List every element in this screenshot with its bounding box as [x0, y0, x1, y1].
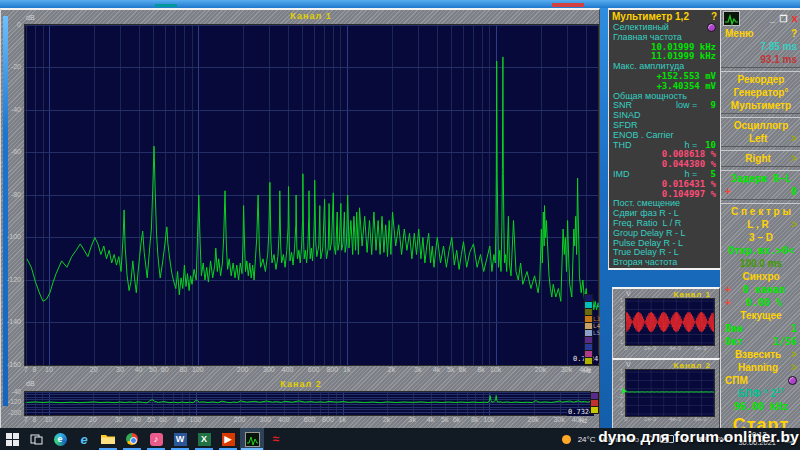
x-tick-label: 4k [433, 366, 440, 373]
scope1-display[interactable] [625, 298, 715, 346]
ch2-hz-unit-label: Hz [579, 417, 588, 424]
control-button[interactable]: L , R> [721, 218, 800, 231]
control-label: > [791, 133, 797, 144]
control-button[interactable]: Меню? [721, 27, 800, 40]
control-button[interactable]: +0.00 % [721, 296, 800, 309]
status-led[interactable] [788, 376, 797, 385]
minimize-button[interactable]: _ [768, 14, 777, 24]
mm-value: 9 [700, 101, 716, 111]
x-tick-label: 7 [24, 416, 28, 423]
scope-channel1-panel: Канал 1 V 1.6.2-.2-.6-1 02e-34e-36e-3 [612, 287, 720, 359]
taskbar-icon-start[interactable] [0, 428, 24, 450]
control-button[interactable]: Текущее [721, 309, 800, 322]
control-button[interactable]: 3 – D [721, 231, 800, 244]
scope-y-tick: -.2 [613, 393, 623, 399]
control-label: > [791, 219, 797, 230]
x-tick-label: 30k [553, 416, 564, 423]
scope-channel2-panel: Канал 2 V 1.6.2-.2-.6-1 02e-34e-36e-3 [612, 358, 720, 430]
taskbar-icon-edge[interactable]: e [48, 428, 72, 450]
control-button[interactable]: Hanning> [721, 361, 800, 374]
control-button[interactable]: Откр.вх.>0< [721, 244, 800, 257]
status-led[interactable] [707, 23, 716, 32]
scope2-level-marker[interactable] [622, 388, 627, 394]
panel-divider [721, 199, 800, 204]
control-button[interactable]: 100.0 ms [721, 257, 800, 270]
control-button[interactable]: Окт1/56 [721, 335, 800, 348]
control-button[interactable]: Синхро [721, 270, 800, 283]
x-tick-label: 5k [447, 366, 454, 373]
scope-y-tick: -.6 [613, 402, 623, 408]
scope2-display[interactable] [625, 369, 715, 417]
x-tick-label: 4k [427, 416, 434, 423]
trace-legend-swatch[interactable] [590, 406, 599, 414]
control-button[interactable]: Взвесить> [721, 348, 800, 361]
control-button[interactable]: Генератор° [721, 86, 800, 99]
taskbar-icon-word[interactable]: W [168, 428, 192, 450]
scope-y-tick: -1 [613, 410, 623, 416]
mm-label: THD [613, 141, 632, 151]
taskbar-icon-spectralab[interactable] [240, 428, 264, 450]
scope1-v-unit: V [626, 290, 631, 297]
taskbar-icon-wave-app[interactable]: ≈ [264, 428, 288, 450]
y-tick-label: -100 [1, 233, 21, 240]
taskbar-icon-excel[interactable]: X [192, 428, 216, 450]
close-button[interactable]: X [790, 14, 799, 24]
trace-legend-swatch[interactable] [584, 357, 593, 365]
x-tick-label: 10k [490, 366, 501, 373]
channel1-spectrum-plot[interactable] [24, 24, 599, 366]
restore-button[interactable]: ❐ [779, 14, 788, 24]
taskbar-icon-media-player[interactable]: ♪ [144, 428, 168, 450]
taskbar-icon-red-app[interactable]: ▶ [216, 428, 240, 450]
x-tick-label: 8k [477, 366, 484, 373]
x-tick-label: 600 [304, 416, 316, 423]
taskbar-icon-file-explorer[interactable] [96, 428, 120, 450]
x-tick-label: 7 [24, 366, 28, 373]
control-label: 0.00 % [746, 297, 782, 308]
control-label: > [791, 153, 797, 164]
x-tick-label: 30k [561, 366, 572, 373]
control-label: 1/56 [773, 336, 797, 347]
control-button[interactable]: С п е к т р ы [721, 205, 800, 218]
scope-trace [626, 312, 714, 332]
trace-legend-label: L4 [593, 322, 600, 329]
control-button[interactable]: +0 [721, 185, 800, 198]
control-button[interactable]: Лин1 [721, 322, 800, 335]
control-button[interactable]: Осциллогр [721, 119, 800, 132]
channel2-spectrum-plot[interactable] [24, 391, 591, 416]
taskbar-icon-internet-explorer[interactable]: e [72, 428, 96, 450]
control-label: + [725, 186, 731, 197]
control-button[interactable]: БПФ ° 217 [721, 387, 800, 400]
weather-sun-icon[interactable] [562, 435, 571, 444]
taskbar-icon-task-view[interactable] [24, 428, 48, 450]
control-label: Left [749, 133, 767, 144]
control-button[interactable]: 93.1 ms [721, 53, 800, 66]
trace-legend-label: L1 [593, 301, 600, 308]
y-tick-label: -60 [1, 148, 21, 155]
x-tick-label: 100 [190, 416, 202, 423]
x-tick-label: 60 [159, 416, 167, 423]
x-tick-label: 100 [192, 366, 204, 373]
control-button[interactable]: Right> [721, 152, 800, 165]
x-tick-label: 50 [149, 366, 157, 373]
control-button[interactable]: 7.85 ms [721, 40, 800, 53]
spectrum-trace [27, 57, 598, 310]
control-button[interactable]: +0 канал [721, 283, 800, 296]
control-button[interactable]: Рекордер [721, 73, 800, 86]
control-label: Лин [725, 323, 743, 334]
control-label: 93.1 ms [760, 54, 797, 65]
control-button[interactable]: Задерж R–L [721, 172, 800, 185]
control-button[interactable]: СПМ [721, 374, 800, 387]
x-tick-label: 800 [326, 366, 338, 373]
mm-label: IMD [613, 170, 630, 180]
x-tick-label: 30 [116, 366, 124, 373]
y-tick-label: -200 [1, 409, 21, 416]
ch2-db-unit-label: dB [26, 380, 35, 387]
mm-value: low = [676, 101, 700, 111]
weather-temp[interactable]: 24°C [578, 435, 596, 444]
multimeter-help-button[interactable]: ? [711, 11, 717, 23]
x-tick-label: 2k [383, 416, 390, 423]
control-button[interactable]: Left> [721, 132, 800, 145]
control-button[interactable]: 96.00 kHz [721, 400, 800, 413]
taskbar-icon-chrome[interactable] [120, 428, 144, 450]
control-button[interactable]: Мультиметр [721, 99, 800, 112]
